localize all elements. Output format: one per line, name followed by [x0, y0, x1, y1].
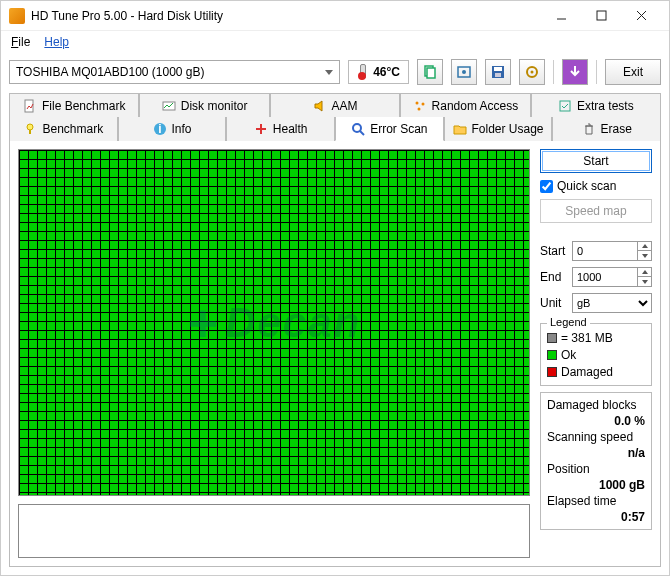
- svg-rect-18: [560, 101, 570, 111]
- elapsed-time-value: 0:57: [547, 510, 645, 524]
- separator: [596, 60, 597, 84]
- copy-button[interactable]: [417, 59, 443, 85]
- svg-point-15: [415, 101, 418, 104]
- unit-select[interactable]: gB: [572, 293, 652, 313]
- tab-extra-tests[interactable]: Extra tests: [531, 93, 661, 117]
- svg-rect-10: [495, 73, 501, 77]
- content-area: +Decan Start Quick scan Speed map Start …: [9, 141, 661, 567]
- position-label: Position: [547, 462, 645, 476]
- settings-button[interactable]: [519, 59, 545, 85]
- svg-point-23: [353, 124, 361, 132]
- elapsed-time-label: Elapsed time: [547, 494, 645, 508]
- toolbar: TOSHIBA MQ01ABD100 (1000 gB) 46°C Exit: [1, 53, 669, 91]
- svg-point-7: [462, 70, 466, 74]
- app-icon: [9, 8, 25, 24]
- watermark: +Decan: [187, 293, 361, 353]
- quick-scan-label: Quick scan: [557, 179, 616, 193]
- drive-select-text: TOSHIBA MQ01ABD100 (1000 gB): [16, 65, 205, 79]
- svg-text:i: i: [158, 122, 161, 136]
- quick-scan-row[interactable]: Quick scan: [540, 179, 652, 193]
- tab-info[interactable]: iInfo: [118, 117, 227, 141]
- thermometer-icon: [357, 64, 367, 80]
- legend-title: Legend: [547, 316, 590, 328]
- menubar: File Help: [1, 31, 669, 53]
- svg-point-19: [27, 124, 33, 130]
- save-button[interactable]: [485, 59, 511, 85]
- svg-point-12: [531, 71, 534, 74]
- block-swatch: [547, 333, 557, 343]
- start-label: Start: [540, 244, 568, 258]
- tab-health[interactable]: Health: [226, 117, 335, 141]
- quick-scan-checkbox[interactable]: [540, 180, 553, 193]
- tab-disk-monitor[interactable]: Disk monitor: [139, 93, 269, 117]
- start-spinner[interactable]: [572, 241, 652, 261]
- window-title: HD Tune Pro 5.00 - Hard Disk Utility: [31, 9, 541, 23]
- svg-point-16: [421, 102, 424, 105]
- scanning-speed-label: Scanning speed: [547, 430, 645, 444]
- start-button[interactable]: Start: [540, 149, 652, 173]
- stats-box: Damaged blocks 0.0 % Scanning speed n/a …: [540, 392, 652, 530]
- end-input[interactable]: [573, 271, 637, 283]
- tab-folder-usage[interactable]: Folder Usage: [444, 117, 553, 141]
- ok-swatch: [547, 350, 557, 360]
- screenshot-button[interactable]: [451, 59, 477, 85]
- speed-map-button: Speed map: [540, 199, 652, 223]
- damaged-blocks-value: 0.0 %: [547, 414, 645, 428]
- tabs: File Benchmark Disk monitor AAM Random A…: [9, 93, 661, 141]
- close-button[interactable]: [621, 2, 661, 30]
- scanning-speed-value: n/a: [547, 446, 645, 460]
- tab-file-benchmark[interactable]: File Benchmark: [9, 93, 139, 117]
- svg-rect-5: [427, 68, 435, 78]
- svg-rect-1: [597, 11, 606, 20]
- scan-grid: +Decan: [18, 149, 530, 496]
- drive-select[interactable]: TOSHIBA MQ01ABD100 (1000 gB): [9, 60, 340, 84]
- exit-button[interactable]: Exit: [605, 59, 661, 85]
- log-output: [18, 504, 530, 558]
- menu-file[interactable]: File: [7, 34, 34, 50]
- svg-point-17: [417, 107, 420, 110]
- damaged-blocks-label: Damaged blocks: [547, 398, 645, 412]
- temperature-display: 46°C: [348, 60, 409, 84]
- download-button[interactable]: [562, 59, 588, 85]
- tab-random-access[interactable]: Random Access: [400, 93, 530, 117]
- unit-label: Unit: [540, 296, 568, 310]
- chevron-down-icon: [325, 70, 333, 75]
- svg-line-24: [360, 131, 364, 135]
- end-spinner[interactable]: [572, 267, 652, 287]
- start-input[interactable]: [573, 245, 637, 257]
- tab-aam[interactable]: AAM: [270, 93, 400, 117]
- svg-rect-20: [29, 130, 31, 134]
- position-value: 1000 gB: [547, 478, 645, 492]
- titlebar: HD Tune Pro 5.00 - Hard Disk Utility: [1, 1, 669, 31]
- minimize-button[interactable]: [541, 2, 581, 30]
- menu-help[interactable]: Help: [40, 34, 73, 50]
- maximize-button[interactable]: [581, 2, 621, 30]
- legend-box: Legend = 381 MB Ok Damaged: [540, 323, 652, 386]
- temperature-value: 46°C: [373, 65, 400, 79]
- separator: [553, 60, 554, 84]
- end-label: End: [540, 270, 568, 284]
- damaged-swatch: [547, 367, 557, 377]
- tab-error-scan[interactable]: Error Scan: [335, 117, 444, 141]
- tab-benchmark[interactable]: Benchmark: [9, 117, 118, 141]
- tab-erase[interactable]: Erase: [552, 117, 661, 141]
- svg-rect-9: [494, 67, 502, 71]
